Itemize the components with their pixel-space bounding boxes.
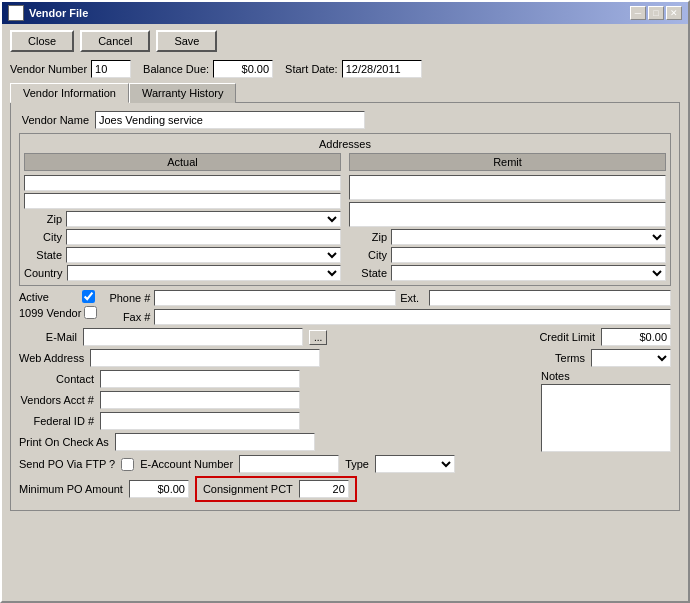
min-po-row: Minimum PO Amount Consignment PCT — [19, 476, 671, 502]
actual-city-label: City — [24, 231, 62, 243]
remit-zip-label: Zip — [349, 231, 387, 243]
balance-due-label: Balance Due: — [143, 63, 209, 75]
email-label: E-Mail — [19, 331, 77, 343]
remit-city-input[interactable] — [391, 247, 666, 263]
actual-col: Zip City State — [24, 175, 341, 281]
actual-zip-select[interactable] — [66, 211, 341, 227]
start-date-label: Start Date: — [285, 63, 338, 75]
start-date-input[interactable] — [342, 60, 422, 78]
title-bar: V Vendor File ─ □ ✕ — [2, 2, 688, 24]
print-on-check-row: Print On Check As — [19, 433, 535, 451]
vendor-1099-checkbox[interactable] — [84, 306, 97, 319]
remit-zip-row: Zip — [349, 229, 666, 245]
contact-label: Contact — [19, 373, 94, 385]
ext-label: Ext. — [400, 292, 425, 304]
fax-label: Fax # — [105, 311, 150, 323]
print-on-check-input[interactable] — [115, 433, 315, 451]
email-input[interactable] — [83, 328, 303, 346]
title-bar-buttons: ─ □ ✕ — [630, 6, 682, 20]
web-address-input[interactable] — [90, 349, 320, 367]
active-checkbox[interactable] — [82, 290, 95, 303]
credit-limit-input[interactable] — [601, 328, 671, 346]
email-row: E-Mail ... Credit Limit — [19, 328, 671, 346]
tabs: Vendor Information Warranty History — [10, 82, 680, 102]
actual-line2-input[interactable] — [24, 193, 341, 209]
send-po-label: Send PO Via FTP ? — [19, 458, 115, 470]
remit-line2-input[interactable] — [349, 202, 666, 227]
print-on-check-label: Print On Check As — [19, 436, 109, 448]
notes-label: Notes — [541, 370, 671, 382]
phone-label: Phone # — [105, 292, 150, 304]
close-window-button[interactable]: ✕ — [666, 6, 682, 20]
notes-section: Notes — [541, 370, 671, 452]
tab-warranty-history[interactable]: Warranty History — [129, 83, 237, 103]
type-select[interactable] — [375, 455, 455, 473]
e-account-input[interactable] — [239, 455, 339, 473]
vendors-acct-row: Vendors Acct # — [19, 391, 535, 409]
tab-vendor-information[interactable]: Vendor Information — [10, 83, 129, 103]
consignment-pct-container: Consignment PCT — [195, 476, 357, 502]
header-row: Vendor Number Balance Due: Start Date: — [2, 58, 688, 82]
actual-header: Actual — [24, 153, 341, 171]
web-address-row: Web Address Terms — [19, 349, 671, 367]
ext-input[interactable] — [429, 290, 671, 306]
tab-content: Vendor Name Addresses Actual Remit — [10, 102, 680, 511]
remit-city-label: City — [349, 249, 387, 261]
min-po-amount-input[interactable] — [129, 480, 189, 498]
remit-state-row: State — [349, 265, 666, 281]
contact-section: Contact Vendors Acct # Federal ID # Prin… — [19, 370, 535, 452]
remit-state-select[interactable] — [391, 265, 666, 281]
balance-due-field: Balance Due: — [143, 60, 273, 78]
actual-state-label: State — [24, 249, 62, 261]
window-title: Vendor File — [29, 7, 625, 19]
terms-select[interactable] — [591, 349, 671, 367]
phone-input[interactable] — [154, 290, 396, 306]
vendors-acct-input[interactable] — [100, 391, 300, 409]
toolbar: Close Cancel Save — [2, 24, 688, 58]
vendor-1099-field: 1099 Vendor — [19, 306, 97, 319]
actual-country-select[interactable] — [67, 265, 341, 281]
terms-label: Terms — [555, 352, 585, 364]
remit-col: Zip City State — [349, 175, 666, 281]
main-window: V Vendor File ─ □ ✕ Close Cancel Save Ve… — [0, 0, 690, 603]
actual-state-select[interactable] — [66, 247, 341, 263]
actual-country-label: Country — [24, 267, 63, 279]
min-po-amount-label: Minimum PO Amount — [19, 483, 123, 495]
e-account-label: E-Account Number — [140, 458, 233, 470]
fax-row: Fax # — [105, 309, 671, 325]
save-button[interactable]: Save — [156, 30, 217, 52]
notes-textarea[interactable] — [541, 384, 671, 452]
minimize-button[interactable]: ─ — [630, 6, 646, 20]
fax-input[interactable] — [154, 309, 671, 325]
cancel-button[interactable]: Cancel — [80, 30, 150, 52]
remit-zip-select[interactable] — [391, 229, 666, 245]
vendor-number-field: Vendor Number — [10, 60, 131, 78]
vendor-1099-label: 1099 Vendor — [19, 307, 81, 319]
addresses-title: Addresses — [24, 138, 666, 150]
type-label: Type — [345, 458, 369, 470]
web-address-label: Web Address — [19, 352, 84, 364]
actual-city-input[interactable] — [66, 229, 341, 245]
active-field: Active — [19, 290, 97, 303]
consignment-pct-input[interactable] — [299, 480, 349, 498]
actual-line1-input[interactable] — [24, 175, 341, 191]
email-browse-button[interactable]: ... — [309, 330, 327, 345]
federal-id-input[interactable] — [100, 412, 300, 430]
vendors-acct-label: Vendors Acct # — [19, 394, 94, 406]
contact-notes-row: Contact Vendors Acct # Federal ID # Prin… — [19, 370, 671, 452]
restore-button[interactable]: □ — [648, 6, 664, 20]
balance-due-input[interactable] — [213, 60, 273, 78]
remit-state-label: State — [349, 267, 387, 279]
actual-zip-label: Zip — [24, 213, 62, 225]
federal-id-row: Federal ID # — [19, 412, 535, 430]
remit-line1-input[interactable] — [349, 175, 666, 200]
contact-input[interactable] — [100, 370, 300, 388]
contact-row: Contact — [19, 370, 535, 388]
vendor-number-input[interactable] — [91, 60, 131, 78]
actual-zip-row: Zip — [24, 211, 341, 227]
close-button[interactable]: Close — [10, 30, 74, 52]
consignment-pct-label: Consignment PCT — [203, 483, 293, 495]
send-po-checkbox[interactable] — [121, 458, 134, 471]
vendor-name-input[interactable] — [95, 111, 365, 129]
credit-limit-label: Credit Limit — [539, 331, 595, 343]
